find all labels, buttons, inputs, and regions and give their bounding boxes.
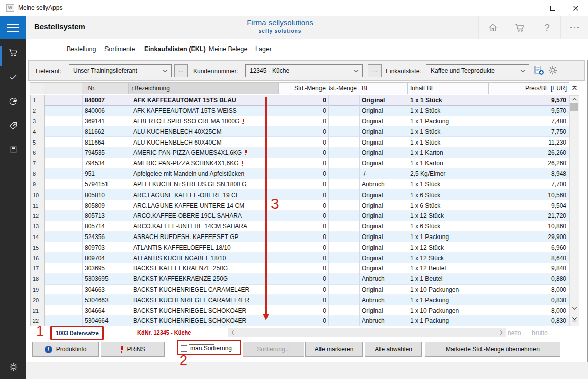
cell-std-menge[interactable]: 0 <box>279 106 329 116</box>
lieferant-more-button[interactable]: ... <box>174 64 188 77</box>
netto-toggle[interactable]: netto <box>508 329 521 337</box>
row-select-cell[interactable] <box>45 274 83 285</box>
table-row[interactable]: 10805810ARC.LAGUNE KAFFEE-OBERE 19 CL0Or… <box>31 190 569 200</box>
cell-std-menge[interactable]: 0 <box>279 200 329 211</box>
table-row[interactable]: 21304664BACKST KUCHENRIEGEL SCHOKO4ER0Or… <box>31 305 569 316</box>
table-row[interactable]: 14524356ASBACH RUEDESH. KAFFEESET GP0Ori… <box>31 232 569 243</box>
row-select-cell[interactable] <box>45 253 83 263</box>
column-header-bst-menge[interactable]: Bst.-Menge <box>328 83 359 94</box>
row-select-cell[interactable] <box>45 158 83 169</box>
cell-std-menge[interactable]: 0 <box>279 179 329 190</box>
sidebar-item-bestellsystem[interactable] <box>0 43 26 62</box>
hamburger-menu-icon[interactable] <box>0 16 26 39</box>
scroll-to-bottom-icon[interactable] <box>569 314 579 324</box>
row-select-cell[interactable] <box>45 179 83 190</box>
kundennummer-select[interactable]: 12345 - Küche <box>245 64 363 77</box>
cell-std-menge[interactable]: 0 <box>279 221 329 232</box>
list-settings-gear-icon[interactable] <box>548 65 558 75</box>
tab-bestellung[interactable]: Bestellung <box>67 45 96 53</box>
row-select-cell[interactable] <box>45 116 83 127</box>
brutto-toggle[interactable]: brutto <box>532 329 548 337</box>
horizontal-scrollbar[interactable] <box>228 328 506 337</box>
cell-bst-menge[interactable] <box>329 274 360 285</box>
sidebar-settings[interactable] <box>0 358 26 376</box>
table-row[interactable]: 19304663BACKST KUCHENRIEGEL CARAMEL4ER0O… <box>31 285 569 295</box>
table-row[interactable]: 7794534AMERIC PAN-PIZZA SCHINK4X1,6KG0Or… <box>31 158 569 169</box>
cell-bst-menge[interactable] <box>329 116 360 127</box>
column-header-be[interactable]: BE <box>359 83 408 94</box>
cell-bst-menge[interactable] <box>329 126 360 137</box>
cell-bst-menge[interactable] <box>329 179 360 190</box>
cell-bst-menge[interactable] <box>329 242 360 253</box>
table-row[interactable]: 12805713ARCO.KAFFEE-OBERE 19CL SAHARA0Or… <box>31 211 569 221</box>
scroll-up-icon[interactable] <box>569 96 579 103</box>
cell-bst-menge[interactable] <box>329 295 360 305</box>
column-header-bezeichnung[interactable]: ↑Bezeichnung <box>129 83 279 94</box>
sidebar-item-prices[interactable] <box>0 117 26 135</box>
column-header-inhalt-be[interactable]: Inhalt BE <box>408 83 489 94</box>
cell-bst-menge[interactable] <box>329 285 360 295</box>
cell-bst-menge[interactable] <box>329 106 360 116</box>
table-row[interactable]: 4811662ALU-KUCHENBLECH 40X25CM0Original1… <box>31 126 569 137</box>
new-list-icon[interactable] <box>534 65 544 75</box>
table-row[interactable]: 17303695BACKST KAFFEEKRAENZE 250G0Origin… <box>31 263 569 274</box>
cell-std-menge[interactable]: 0 <box>279 169 329 179</box>
table-row[interactable]: 16809704ATLANTIS KUCHENGABEL 18/100Origi… <box>31 253 569 263</box>
cell-bst-menge[interactable] <box>329 169 360 179</box>
cell-std-menge[interactable]: 0 <box>279 305 329 316</box>
row-select-cell[interactable] <box>45 169 83 179</box>
table-row[interactable]: 8951Apfelgelee mit Mandeln und Apfelstüc… <box>31 169 569 179</box>
alle-markieren-button[interactable]: Alle markieren <box>305 342 363 357</box>
table-row[interactable]: 11805809ARC.LAGUNE KAFFEE-UNTERE 14 CM0O… <box>31 200 569 211</box>
table-row[interactable]: 2840006AFK KAFFEEAUTOMAT 15TS WEISS0Orig… <box>31 106 569 116</box>
cell-bst-menge[interactable] <box>329 137 360 148</box>
sidebar-item-catalog[interactable] <box>0 140 26 158</box>
alle-abwaehlen-button[interactable]: Alle abwählen <box>365 342 422 357</box>
scrollbar-thumb[interactable] <box>570 103 578 111</box>
prins-button[interactable]: PRiNS <box>101 342 165 357</box>
row-select-cell[interactable] <box>45 221 83 232</box>
cell-std-menge[interactable]: 0 <box>279 148 329 158</box>
row-select-cell[interactable] <box>45 95 83 106</box>
table-row[interactable]: 205304663BACKST KUCHENRIEGEL CARAMEL4ER0… <box>31 295 569 305</box>
sidebar-item-statistics[interactable] <box>0 92 26 110</box>
column-header-preis[interactable]: Preis/BE [EUR] <box>489 83 569 94</box>
cell-bst-menge[interactable] <box>329 232 360 243</box>
cell-bst-menge[interactable] <box>329 305 360 316</box>
sortierung-button[interactable]: Sortierung... <box>243 342 304 357</box>
close-button[interactable] <box>564 0 587 16</box>
table-row[interactable]: 1840007AFK KAFFEEAUTOMAT 15TS BLAU0Origi… <box>31 95 569 106</box>
cell-std-menge[interactable]: 0 <box>279 263 329 274</box>
cell-std-menge[interactable]: 0 <box>279 190 329 200</box>
row-select-cell[interactable] <box>45 190 83 200</box>
cell-bst-menge[interactable] <box>329 253 360 263</box>
row-select-cell[interactable] <box>45 126 83 137</box>
column-header-std-menge[interactable]: Std.-Menge <box>279 83 328 94</box>
cell-std-menge[interactable]: 0 <box>279 242 329 253</box>
tab-einkaufslisten[interactable]: Einkaufslisten (EKL) <box>144 45 206 53</box>
row-select-cell[interactable] <box>45 263 83 274</box>
produktinfo-button[interactable]: ! Produktinfo <box>32 342 99 357</box>
table-row[interactable]: 3369141ALBERTO ESPRESSO CREMA 1000G0Orig… <box>31 116 569 127</box>
cell-bst-menge[interactable] <box>329 200 360 211</box>
cell-std-menge[interactable]: 0 <box>279 285 329 295</box>
row-select-cell[interactable] <box>45 106 83 116</box>
tab-sortimente[interactable]: Sortimente <box>104 45 135 53</box>
row-select-cell[interactable] <box>45 305 83 316</box>
row-select-cell[interactable] <box>45 211 83 221</box>
home-icon[interactable] <box>478 16 506 39</box>
tab-lager[interactable]: Lager <box>255 45 272 53</box>
cell-bst-menge[interactable] <box>329 148 360 158</box>
cell-std-menge[interactable]: 0 <box>279 316 329 326</box>
cell-bst-menge[interactable] <box>329 211 360 221</box>
cell-std-menge[interactable]: 0 <box>279 95 329 106</box>
scroll-to-top-icon[interactable] <box>569 82 579 94</box>
help-icon[interactable]: ? <box>533 16 560 39</box>
cell-std-menge[interactable]: 0 <box>279 295 329 305</box>
cell-std-menge[interactable]: 0 <box>279 137 329 148</box>
cell-bst-menge[interactable] <box>329 316 360 326</box>
sidebar-item-check[interactable] <box>0 68 26 86</box>
cell-std-menge[interactable]: 0 <box>279 253 329 263</box>
row-select-cell[interactable] <box>45 137 83 148</box>
einkaufsliste-select[interactable]: Kaffee und Teeprodukte <box>426 64 529 77</box>
